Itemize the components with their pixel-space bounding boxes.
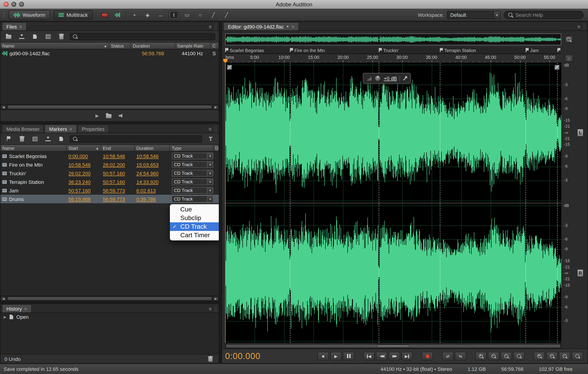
tab-media-browser[interactable]: Media Browser	[2, 125, 44, 133]
loop-playback-button[interactable]: ⇄	[442, 352, 453, 360]
history-item[interactable]: ▶ Open	[0, 313, 219, 321]
marker-start[interactable]: 26:02.200	[67, 170, 101, 176]
record-button[interactable]	[422, 352, 433, 360]
scrollbar-thumb[interactable]	[7, 105, 212, 109]
multitrack-view-button[interactable]: Multitrack	[53, 10, 93, 20]
marker-type-select[interactable]: CD Track ▼	[172, 170, 213, 177]
timeline-ruler[interactable]: hms 5:0010:0015:0020:0025:0030:0035:0040…	[225, 54, 561, 63]
pin-icon[interactable]	[403, 76, 408, 81]
column-header-channels[interactable]: C	[211, 42, 219, 49]
files-hscrollbar[interactable]: ◀ ▶	[0, 104, 219, 110]
time-selection-tool-button[interactable]: I	[169, 10, 179, 20]
marker-end[interactable]: 56:59.773	[101, 188, 135, 193]
marker-end[interactable]: 50:57.160	[101, 170, 135, 176]
workspace-select[interactable]: Default ▼	[447, 11, 501, 19]
tab-properties[interactable]: Properties	[77, 125, 109, 133]
skip-selection-button[interactable]: ⇆	[455, 352, 466, 360]
scrollbar-grip[interactable]	[377, 344, 410, 347]
marker-end[interactable]: 10:58.546	[101, 153, 135, 159]
type-menu-option[interactable]: ✓ CD Track	[170, 222, 219, 231]
volume-knob[interactable]	[375, 75, 381, 82]
column-header-description[interactable]: De	[213, 145, 219, 151]
filter-markers-button[interactable]	[206, 135, 215, 143]
marquee-selection-tool-button[interactable]: ▭	[182, 10, 192, 20]
marker-row[interactable]: Fire on the Mtn 10:58.546 26:02.200 15:0…	[0, 160, 219, 169]
move-to-next-button[interactable]: ▶	[401, 352, 413, 360]
frequency-display-button[interactable]	[113, 10, 123, 20]
ribbon-marker[interactable]: Fire on the Mtn	[290, 48, 325, 53]
chevron-down-icon[interactable]: ▼	[207, 187, 213, 193]
waveform-view-button[interactable]: Waveform	[9, 10, 50, 20]
export-audio-between-markers-button[interactable]	[57, 135, 66, 143]
panel-grip[interactable]	[583, 23, 586, 30]
close-icon[interactable]: ×	[69, 126, 72, 132]
stop-button[interactable]: ■	[317, 352, 329, 360]
channel-badge-right[interactable]: R	[577, 270, 583, 277]
close-icon[interactable]: ×	[24, 306, 27, 311]
fade-out-handle[interactable]	[555, 65, 559, 70]
marker-duration[interactable]: 0:39.786	[135, 196, 170, 202]
pause-button[interactable]	[343, 352, 354, 360]
marker-start[interactable]: 50:57.160	[67, 188, 101, 193]
tab-files[interactable]: Files ×	[2, 22, 27, 30]
tab-markers[interactable]: Markers ×	[45, 125, 77, 133]
ribbon-marker[interactable]: Terrapin Station	[440, 48, 476, 53]
new-file-button[interactable]	[30, 32, 39, 41]
zoom-selection-button[interactable]: ▫	[501, 352, 512, 360]
move-to-previous-button[interactable]: ◀	[363, 352, 375, 360]
marker-type-select[interactable]: CD Track ▼	[172, 178, 213, 185]
scroll-right-icon[interactable]: ▶	[213, 296, 219, 301]
levels-meter-button[interactable]	[100, 10, 110, 20]
column-header-duration[interactable]: Duration	[131, 42, 175, 49]
search-help-input[interactable]: Search Help	[504, 11, 583, 19]
marker-ribbon[interactable]: Scarlet BegoniasFire on the MtnTruckin'T…	[225, 47, 561, 54]
marker-row[interactable]: Drums 56:19.986 56:59.773 0:39.786 CD Tr…	[0, 195, 219, 203]
panel-menu-icon[interactable]: ≡	[209, 126, 211, 132]
zoom-home-button[interactable]: ⌂	[565, 55, 573, 62]
files-search-input[interactable]	[80, 34, 212, 39]
scroll-left-icon[interactable]: ◀	[0, 296, 6, 301]
marker-row[interactable]: Terrapin Station 36:23.240 50:57.160 14:…	[0, 177, 219, 186]
zoom-in-button[interactable]: +	[475, 352, 486, 360]
column-header-sample-rate[interactable]: Sample Rate	[175, 42, 211, 49]
panel-grip[interactable]	[214, 23, 217, 30]
marker-duration[interactable]: 24:54.960	[135, 170, 170, 176]
import-file-button[interactable]	[17, 32, 26, 41]
close-icon[interactable]: ×	[292, 24, 294, 29]
chevron-down-icon[interactable]: ▼	[207, 162, 213, 167]
open-file-button[interactable]	[4, 32, 13, 41]
close-button[interactable]	[4, 2, 9, 7]
column-header-end[interactable]: End	[101, 145, 135, 151]
type-menu-option[interactable]: Cart Timer	[170, 231, 219, 239]
razor-tool-button[interactable]: ◈	[143, 10, 153, 20]
zoom-button[interactable]	[19, 2, 24, 7]
markers-hscrollbar[interactable]: ◀ ▶	[0, 296, 219, 301]
clear-history-button[interactable]	[206, 355, 215, 363]
overview-zoom-out-button[interactable]: −	[565, 36, 573, 43]
marker-row[interactable]: Truckin' 26:02.200 50:57.160 24:54.960 C…	[0, 169, 219, 177]
zoom-out-button[interactable]: −	[488, 352, 499, 360]
toolbar-grip[interactable]	[3, 12, 5, 18]
marker-type-select[interactable]: CD Track ▼	[172, 196, 213, 202]
delete-marker-button[interactable]	[17, 135, 26, 143]
editor-hscrollbar[interactable]	[225, 343, 561, 348]
zoom-to-selection-button[interactable]: ▫	[559, 352, 570, 360]
marker-start[interactable]: 56:19.986	[67, 196, 101, 202]
ribbon-marker[interactable]: Drums	[557, 48, 561, 53]
auto-play-folder-button[interactable]	[106, 113, 112, 118]
marker-start[interactable]: 36:23.240	[67, 179, 101, 185]
file-row[interactable]: gd90-09-14d2.flac 56:59.768 44100 Hz S	[0, 49, 219, 57]
marker-end[interactable]: 56:59.773	[101, 196, 135, 202]
scrollbar-thumb[interactable]	[7, 297, 212, 301]
panel-grip[interactable]	[214, 306, 217, 312]
scroll-left-icon[interactable]: ◀	[0, 104, 6, 110]
marker-duration[interactable]: 6:02.613	[135, 188, 170, 193]
playhead-handle[interactable]	[223, 59, 227, 63]
waveform-canvas-left[interactable]	[225, 63, 561, 202]
rewind-button[interactable]: ◀◀	[376, 352, 387, 360]
panel-menu-icon[interactable]: ≡	[209, 306, 211, 312]
loop-preview-button[interactable]	[119, 114, 124, 118]
chevron-down-icon[interactable]: ▼	[493, 11, 500, 19]
fast-forward-button[interactable]: ▶▶	[389, 352, 400, 360]
marker-end[interactable]: 50:57.160	[101, 179, 135, 185]
